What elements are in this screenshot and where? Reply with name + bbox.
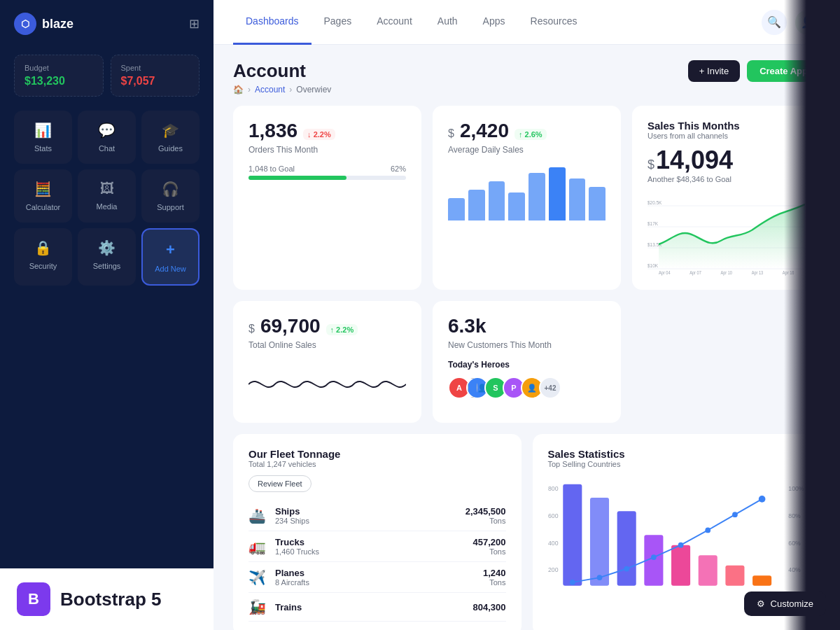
bar-3 <box>489 181 505 220</box>
page-title: Account <box>233 60 331 82</box>
planes-icon: ✈️ <box>248 569 268 586</box>
ships-count: 234 Ships <box>275 517 458 525</box>
svg-text:60%: 60% <box>788 540 801 547</box>
fleet-ships-info: Ships 234 Ships <box>275 506 458 525</box>
bar-country1 <box>563 484 582 586</box>
notification-dot <box>811 14 816 20</box>
sales-month-value-row: $ 14,094 <box>648 146 805 175</box>
topnav-pages[interactable]: Pages <box>312 0 365 45</box>
progress-bar-labels: 1,048 to Goal 62% <box>248 164 406 173</box>
sidebar: ⬡ blaze ⊞ Budget $13,230 Spent $7,057 📊 … <box>0 0 214 630</box>
fleet-row-planes: ✈️ Planes 8 Aircrafts 1,240 Tons <box>248 562 506 593</box>
progress-bar-bg <box>248 176 406 180</box>
invite-button[interactable]: + Invite <box>688 60 740 82</box>
nav-item-stats[interactable]: 📊 Stats <box>14 111 72 164</box>
spent-card: Spent $7,057 <box>111 55 200 97</box>
avatar-count: +42 <box>539 377 561 399</box>
breadcrumb-sep2: › <box>289 85 292 94</box>
svg-text:$20.5K: $20.5K <box>648 199 662 206</box>
topnav-auth[interactable]: Auth <box>425 0 470 45</box>
sidebar-menu-icon[interactable]: ⊞ <box>189 16 200 31</box>
customize-button[interactable]: ⚙ Customize <box>744 592 826 616</box>
nav-item-calculator[interactable]: 🧮 Calculator <box>14 169 72 223</box>
online-sales-badge: ↑ 2.2% <box>326 324 358 335</box>
daily-sales-badge: ↑ 2.6% <box>514 129 547 140</box>
sales-line-chart: $10K $13.5K $17K $20.5K Apr 04 Apr 07 Ap… <box>648 192 805 276</box>
page-content: Account 🏠 › Account › Overwiev + Invite … <box>214 45 840 630</box>
add-new-icon: + <box>166 241 175 259</box>
bar-2 <box>468 190 485 220</box>
trucks-unit: Tons <box>473 547 506 556</box>
fleet-row-trains: 🚂 Trains 804,300 <box>248 593 506 622</box>
bar-country3 <box>617 511 636 585</box>
svg-text:Apr 13: Apr 13 <box>752 270 764 276</box>
dot-2 <box>596 575 602 580</box>
avatar-img-2 <box>468 378 477 398</box>
progress-bar-container: 1,048 to Goal 62% <box>248 164 406 180</box>
ships-icon: 🚢 <box>248 507 268 524</box>
sales-month-card: Sales This Months Users from all channel… <box>632 106 820 290</box>
bar-4 <box>508 192 525 220</box>
planes-unit: Tons <box>483 578 506 587</box>
topnav-dashboards[interactable]: Dashboards <box>233 0 312 45</box>
bar-1 <box>448 198 465 220</box>
online-sales-top: $ 69,700 ↑ 2.2% <box>248 315 406 337</box>
heroes-label: Today's Heroes <box>448 360 606 370</box>
breadcrumb: 🏠 › Account › Overwiev <box>233 85 331 94</box>
trucks-value: 457,200 <box>473 537 506 547</box>
nav-item-chat[interactable]: 💬 Chat <box>78 111 136 164</box>
ships-value: 2,345,500 <box>465 506 506 517</box>
nav-item-support[interactable]: 🎧 Support <box>141 169 200 223</box>
nav-item-guides[interactable]: 🎓 Guides <box>141 111 200 164</box>
dot-5 <box>678 542 683 548</box>
orders-badge: ↓ 2.2% <box>303 129 335 140</box>
topnav-apps[interactable]: Apps <box>470 0 518 45</box>
daily-sales-value: 2,420 <box>460 120 509 142</box>
review-fleet-button[interactable]: Review Fleet <box>248 475 312 492</box>
orders-card: 1,836 ↓ 2.2% Orders This Month 1,048 to … <box>233 106 421 290</box>
sales-month-title: Sales This Months <box>648 120 805 132</box>
topnav-account[interactable]: Account <box>364 0 425 45</box>
nav-label-support: Support <box>157 203 184 211</box>
create-app-button[interactable]: Create App <box>747 60 820 82</box>
nav-label-media: Media <box>97 202 118 211</box>
nav-item-media[interactable]: 🖼 Media <box>78 169 136 223</box>
stats-row1: 1,836 ↓ 2.2% Orders This Month 1,048 to … <box>233 106 820 290</box>
search-button[interactable]: 🔍 <box>762 10 787 35</box>
customize-icon: ⚙ <box>757 598 765 609</box>
sales-stats-chart: 800 600 400 200 100% 80% 60% 40% <box>548 475 806 601</box>
nav-item-settings[interactable]: ⚙️ Settings <box>78 228 136 286</box>
guides-icon: 🎓 <box>162 122 179 139</box>
fleet-planes-info: Planes 8 Aircrafts <box>275 568 476 587</box>
topnav-right: 🔍 👤 <box>762 10 820 35</box>
planes-value: 1,240 <box>483 568 506 578</box>
sales-month-sub: Users from all channels <box>648 132 805 140</box>
notifications-button[interactable]: 👤 <box>795 10 820 35</box>
dot-4 <box>651 554 657 560</box>
page-header-left: Account 🏠 › Account › Overwiev <box>233 60 331 94</box>
progress-goal-label: 1,048 to Goal <box>248 164 295 173</box>
dot-6 <box>705 528 710 533</box>
breadcrumb-account[interactable]: Account <box>255 85 285 94</box>
nav-item-add-new[interactable]: + Add New <box>141 228 200 286</box>
svg-text:400: 400 <box>548 540 559 547</box>
nav-item-security[interactable]: 🔒 Security <box>14 228 72 286</box>
fleet-row-ships: 🚢 Ships 234 Ships 2,345,500 Tons <box>248 500 506 531</box>
budget-value: $13,230 <box>24 75 93 88</box>
topnav-resources[interactable]: Resources <box>518 0 590 45</box>
search-icon: 🔍 <box>767 15 781 29</box>
breadcrumb-home[interactable]: 🏠 <box>233 85 244 94</box>
daily-sales-label: Average Daily Sales <box>448 145 606 155</box>
svg-text:80%: 80% <box>788 512 801 519</box>
trains-value: 804,300 <box>473 602 506 612</box>
progress-bar-fill <box>248 176 346 180</box>
orders-card-top: 1,836 ↓ 2.2% <box>248 120 406 142</box>
fleet-title: Our Fleet Tonnage <box>248 448 506 460</box>
trains-icon: 🚂 <box>248 598 268 615</box>
sidebar-header: ⬡ blaze ⊞ <box>0 0 214 48</box>
wavy-chart-svg <box>248 360 406 409</box>
trucks-amount: 457,200 Tons <box>473 537 506 556</box>
svg-text:$10K: $10K <box>648 262 658 269</box>
budget-card: Budget $13,230 <box>14 55 104 97</box>
fleet-subtitle: Total 1,247 vehicles <box>248 460 506 468</box>
